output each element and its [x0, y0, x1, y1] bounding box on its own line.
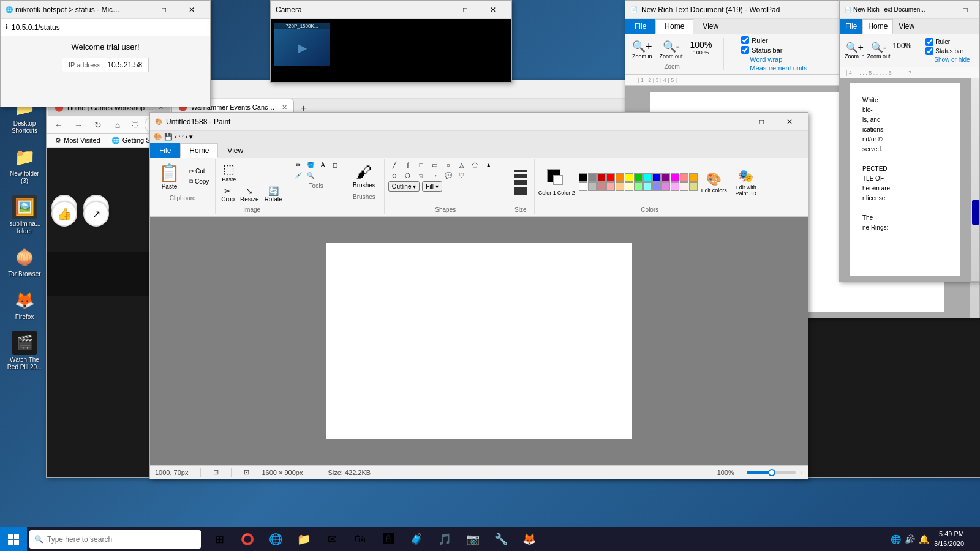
- palette-light-salmon[interactable]: [680, 182, 688, 191]
- taskbar-clock[interactable]: 5:49 PM 3/16/2020: [934, 530, 964, 549]
- crop-button[interactable]: ✂ Crop: [219, 185, 236, 204]
- paint-redo-icon[interactable]: ↪: [182, 133, 187, 141]
- mikrotik-close[interactable]: ✕: [178, 1, 205, 19]
- magnifier-tool[interactable]: 🔍: [304, 171, 317, 180]
- ellipse-tool[interactable]: ○: [442, 160, 454, 170]
- desktop-icon-firefox[interactable]: 🦊 Firefox: [3, 285, 46, 323]
- palette-gold[interactable]: [689, 173, 698, 182]
- wordpad-inner-showhide[interactable]: Show or hide: [925, 56, 970, 63]
- diamond-tool[interactable]: ◇: [388, 171, 401, 180]
- star-tool[interactable]: ☆: [415, 171, 428, 180]
- wordpad-inner-zoom-100[interactable]: 100%: [893, 42, 912, 59]
- desktop-icon-watch-red-pill[interactable]: 🎬 Watch The Red Pill 20...: [3, 328, 46, 373]
- rotate-button[interactable]: 🔄 Rotate: [263, 185, 284, 204]
- palette-red[interactable]: [606, 173, 615, 182]
- palette-pink[interactable]: [680, 173, 688, 182]
- wordpad-tab-home[interactable]: Home: [655, 19, 693, 34]
- heart-tool[interactable]: ♡: [456, 171, 468, 180]
- taskbar-task-view[interactable]: ⊞: [206, 527, 233, 552]
- wordpad-inner-maximize[interactable]: □: [956, 1, 974, 19]
- wordpad-inner-tab-view[interactable]: View: [893, 19, 920, 34]
- paste-button[interactable]: 📋 Paste: [154, 160, 185, 192]
- line-tool[interactable]: ╱: [388, 160, 401, 170]
- wordpad-zoom-in[interactable]: 🔍+ Zoom in: [630, 38, 654, 61]
- zoom-in-icon[interactable]: +: [799, 469, 803, 476]
- taskbar-cortana[interactable]: ⭕: [234, 527, 261, 552]
- palette-purple[interactable]: [662, 173, 670, 182]
- palette-salmon[interactable]: [606, 182, 615, 191]
- warhammer-tab-close[interactable]: ✕: [282, 103, 287, 111]
- shape-7[interactable]: ⬠: [469, 160, 481, 170]
- pentagon-tool[interactable]: ⬡: [402, 171, 414, 180]
- taskbar-camera-app[interactable]: 📷: [459, 527, 486, 552]
- paint-canvas[interactable]: [326, 243, 632, 439]
- paint-minimize[interactable]: ─: [720, 113, 748, 131]
- palette-light-cyan[interactable]: [643, 182, 652, 191]
- wordpad-tab-file[interactable]: File: [625, 19, 655, 34]
- wordpad-inner-zoom-out[interactable]: 🔍- Zoom out: [867, 42, 891, 59]
- camera-close[interactable]: ✕: [479, 1, 507, 19]
- mikrotik-maximize[interactable]: □: [150, 1, 178, 19]
- taskbar-amazon[interactable]: 🅰: [375, 527, 402, 552]
- cut-button[interactable]: ✂ Cut: [186, 167, 211, 176]
- home-button[interactable]: ⌂: [109, 116, 126, 133]
- fill-tool[interactable]: 🪣: [304, 160, 317, 170]
- palette-cream[interactable]: [625, 182, 633, 191]
- taskbar-tripadvisor[interactable]: 🧳: [403, 527, 430, 552]
- edit-colors-button[interactable]: 🎨 Edit colors: [701, 171, 727, 193]
- palette-orange[interactable]: [616, 173, 624, 182]
- wordpad-zoom-out[interactable]: 🔍- Zoom out: [658, 38, 685, 61]
- palette-gray[interactable]: [588, 173, 597, 182]
- paint-tab-home[interactable]: Home: [180, 143, 218, 158]
- palette-blue[interactable]: [652, 173, 661, 182]
- wordpad-inner-tab-file[interactable]: File: [840, 19, 862, 34]
- select-button[interactable]: ⬚ Paste: [219, 160, 238, 184]
- arrow-right-tool[interactable]: →: [429, 171, 441, 180]
- desktop-icon-sublimina[interactable]: 🖼️ 'sublimina... folder: [3, 192, 46, 238]
- like-button-1[interactable]: 👍: [51, 201, 77, 227]
- size-3[interactable]: [514, 180, 527, 185]
- callout-tool[interactable]: 💬: [442, 171, 454, 180]
- zoom-out-icon[interactable]: ─: [738, 469, 743, 476]
- desktop-icon-tor[interactable]: 🧅 Tor Browser: [3, 242, 46, 280]
- palette-black[interactable]: [579, 173, 587, 182]
- back-button[interactable]: ←: [50, 116, 67, 133]
- eraser-tool[interactable]: ◻: [329, 160, 341, 170]
- camera-maximize[interactable]: □: [451, 1, 479, 19]
- palette-magenta[interactable]: [671, 173, 679, 182]
- palette-light-blue[interactable]: [652, 182, 661, 191]
- size-4[interactable]: [514, 187, 527, 195]
- start-button[interactable]: [0, 527, 27, 552]
- wordpad-measurement[interactable]: Measurement units: [750, 64, 807, 72]
- size-1[interactable]: [514, 170, 527, 172]
- palette-peach[interactable]: [616, 182, 624, 191]
- outline-button[interactable]: Outline ▾: [388, 181, 420, 192]
- fill-button[interactable]: Fill ▾: [422, 181, 442, 192]
- taskbar-explorer[interactable]: 📁: [290, 527, 317, 552]
- camera-minimize[interactable]: ─: [424, 1, 451, 19]
- color-swatch-group[interactable]: [547, 169, 567, 189]
- palette-brown-light[interactable]: [597, 182, 606, 191]
- taskbar-search-bar[interactable]: 🔍: [29, 530, 201, 549]
- mikrotik-minimize[interactable]: ─: [123, 1, 150, 19]
- taskbar-email[interactable]: ✉: [318, 527, 345, 552]
- paint-undo-icon[interactable]: ↩: [175, 133, 180, 141]
- palette-light-pink[interactable]: [671, 182, 679, 191]
- wordpad-inner-zoom-in[interactable]: 🔍+ Zoom in: [845, 42, 865, 59]
- taskbar-settings[interactable]: 🔧: [488, 527, 514, 552]
- palette-cyan[interactable]: [643, 173, 652, 182]
- paint-save-icon[interactable]: 💾: [164, 133, 173, 141]
- palette-dark-red[interactable]: [597, 173, 606, 182]
- color-picker-tool[interactable]: 💉: [292, 171, 304, 180]
- wordpad-ruler-checkbox[interactable]: Ruler: [741, 36, 807, 44]
- zoom-slider[interactable]: [747, 471, 796, 474]
- rounded-rect-tool[interactable]: ▭: [429, 160, 441, 170]
- pencil-tool[interactable]: ✏: [292, 160, 304, 170]
- taskbar-store[interactable]: 🛍: [347, 527, 374, 552]
- wordpad-word-wrap[interactable]: Word wrap: [750, 56, 807, 63]
- paint-tab-view[interactable]: View: [218, 143, 252, 158]
- wordpad-inner-page[interactable]: White ble- ls, and ications, nd/or © ser…: [850, 83, 960, 276]
- wordpad-inner-minimize[interactable]: ─: [938, 1, 956, 19]
- palette-khaki[interactable]: [689, 182, 698, 191]
- forward-button[interactable]: →: [70, 116, 87, 133]
